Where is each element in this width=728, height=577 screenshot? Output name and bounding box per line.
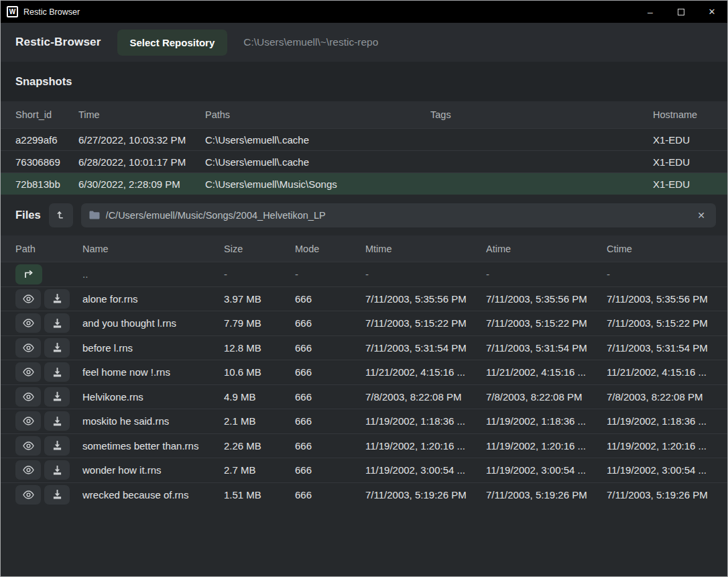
- file-size: 10.6 MB: [224, 366, 295, 378]
- go-to-parent-button[interactable]: [15, 264, 42, 284]
- download-file-button[interactable]: [44, 485, 70, 505]
- file-ctime: -: [607, 268, 716, 280]
- preview-file-button[interactable]: [15, 289, 41, 309]
- up-level-icon: [56, 210, 66, 220]
- download-icon: [52, 466, 62, 475]
- file-ctime: 11/19/2002, 1:20:16 ...: [607, 440, 716, 452]
- file-row: moskito he said.rns 2.1 MB 666 11/19/200…: [1, 409, 727, 433]
- file-mtime: 11/19/2002, 3:00:54 ...: [365, 464, 486, 476]
- eye-icon: [22, 417, 35, 425]
- minimize-button[interactable]: –: [635, 1, 666, 23]
- snapshot-time: 6/30/2022, 2:28:09 PM: [78, 178, 205, 190]
- snapshot-time: 6/27/2022, 10:03:32 PM: [78, 134, 205, 146]
- snapshot-short-id: 76306869: [15, 156, 78, 168]
- file-size: 1.51 MB: [224, 489, 295, 501]
- file-atime: 7/11/2003, 5:19:26 PM: [486, 489, 607, 501]
- snapshot-row-selected[interactable]: 72b813bb 6/30/2022, 2:28:09 PM C:\Users\…: [1, 172, 727, 195]
- app-toolbar: Restic-Browser Select Repository C:\User…: [1, 23, 727, 62]
- file-mode: 666: [295, 317, 365, 329]
- file-row: Helvikone.rns 4.9 MB 666 7/8/2003, 8:22:…: [1, 384, 727, 409]
- file-name: wonder how it.rns: [82, 464, 224, 476]
- download-file-button[interactable]: [44, 387, 70, 407]
- window-title: Restic Browser: [23, 7, 80, 17]
- file-name: feel home now !.rns: [82, 366, 224, 378]
- file-name: sometimes better than.rns: [82, 440, 224, 452]
- files-bar: Files /C/Users/emuell/Music/Songs/2004_H…: [1, 195, 727, 235]
- download-file-button[interactable]: [44, 289, 70, 309]
- column-size: Size: [224, 244, 295, 254]
- file-atime: 11/19/2002, 1:18:36 ...: [486, 415, 607, 427]
- files-table-header: Path Name Size Mode Mtime Atime Ctime: [1, 235, 727, 262]
- preview-file-button[interactable]: [15, 411, 41, 431]
- download-icon: [52, 392, 62, 401]
- file-tree-toggle-button[interactable]: [49, 203, 73, 227]
- download-file-button[interactable]: [44, 436, 70, 456]
- file-row: and you thought l.rns 7.79 MB 666 7/11/2…: [1, 311, 727, 335]
- file-atime: 7/11/2003, 5:31:54 PM: [486, 342, 607, 354]
- snapshot-hostname: X1-EDU: [653, 134, 716, 146]
- preview-file-button[interactable]: [15, 362, 41, 382]
- file-mtime: 11/19/2002, 1:18:36 ...: [365, 415, 486, 427]
- download-file-button[interactable]: [44, 460, 70, 480]
- file-atime: 11/19/2002, 3:00:54 ...: [486, 464, 607, 476]
- file-size: 2.26 MB: [224, 440, 295, 452]
- file-row: feel home now !.rns 10.6 MB 666 11/21/20…: [1, 360, 727, 384]
- download-icon: [52, 368, 62, 377]
- snapshot-row[interactable]: 76306869 6/28/2022, 10:01:17 PM C:\Users…: [1, 150, 727, 172]
- file-name: Helvikone.rns: [82, 391, 224, 403]
- preview-file-button[interactable]: [15, 436, 41, 456]
- snapshot-paths: C:\Users\emuell\Music\Songs: [205, 178, 430, 190]
- clear-icon: ✕: [697, 210, 705, 221]
- preview-file-button[interactable]: [15, 338, 41, 358]
- file-size: 3.97 MB: [224, 293, 295, 305]
- file-ctime: 7/8/2003, 8:22:08 PM: [607, 391, 716, 403]
- preview-file-button[interactable]: [15, 460, 41, 480]
- file-name: wrecked because of.rns: [82, 489, 224, 501]
- file-row: wonder how it.rns 2.7 MB 666 11/19/2002,…: [1, 458, 727, 482]
- column-name: Name: [82, 244, 224, 254]
- column-ctime: Ctime: [607, 244, 716, 254]
- select-repository-button[interactable]: Select Repository: [117, 30, 228, 56]
- maximize-icon: [678, 9, 684, 15]
- snapshots-heading: Snapshots: [15, 75, 72, 88]
- close-button[interactable]: ✕: [696, 1, 727, 23]
- file-mode: 666: [295, 489, 365, 501]
- download-file-button[interactable]: [44, 411, 70, 431]
- app-title: Restic-Browser: [15, 36, 101, 49]
- download-file-button[interactable]: [44, 362, 70, 382]
- eye-icon: [22, 344, 35, 352]
- file-size: 12.8 MB: [224, 342, 295, 354]
- download-icon: [52, 319, 62, 328]
- download-icon: [52, 417, 62, 426]
- download-icon: [52, 490, 62, 499]
- preview-file-button[interactable]: [15, 387, 41, 407]
- snapshot-hostname: X1-EDU: [653, 178, 716, 190]
- file-row: wrecked because of.rns 1.51 MB 666 7/11/…: [1, 482, 727, 507]
- snapshot-row[interactable]: a2299af6 6/27/2022, 10:03:32 PM C:\Users…: [1, 128, 727, 150]
- file-mtime: 7/11/2003, 5:15:22 PM: [365, 317, 486, 329]
- folder-icon: [89, 211, 100, 219]
- file-ctime: 7/11/2003, 5:15:22 PM: [607, 317, 716, 329]
- snapshot-hostname: X1-EDU: [653, 156, 716, 168]
- parent-arrow-icon: [23, 270, 34, 279]
- snapshot-short-id: 72b813bb: [15, 178, 78, 190]
- file-name: ..: [82, 268, 224, 280]
- file-ctime: 11/21/2002, 4:15:16 ...: [607, 366, 716, 378]
- file-atime: 7/11/2003, 5:15:22 PM: [486, 317, 607, 329]
- current-path-input[interactable]: /C/Users/emuell/Music/Songs/2004_Helveti…: [81, 203, 716, 227]
- download-file-button[interactable]: [44, 338, 70, 358]
- parent-directory-row: .. - - - - -: [1, 262, 727, 286]
- eye-icon: [22, 319, 35, 327]
- clear-path-button[interactable]: ✕: [694, 209, 708, 222]
- maximize-button[interactable]: [666, 1, 696, 23]
- file-ctime: 11/19/2002, 3:00:54 ...: [607, 464, 716, 476]
- preview-file-button[interactable]: [15, 313, 41, 333]
- preview-file-button[interactable]: [15, 485, 41, 505]
- snapshot-time: 6/28/2022, 10:01:17 PM: [78, 156, 205, 168]
- file-name: alone for.rns: [82, 293, 224, 305]
- file-mtime: 7/8/2003, 8:22:08 PM: [365, 391, 486, 403]
- app-window: W Restic Browser – ✕ Restic-Browser Sele…: [0, 0, 728, 577]
- download-file-button[interactable]: [44, 313, 70, 333]
- close-icon: ✕: [709, 7, 716, 17]
- eye-icon: [22, 295, 35, 303]
